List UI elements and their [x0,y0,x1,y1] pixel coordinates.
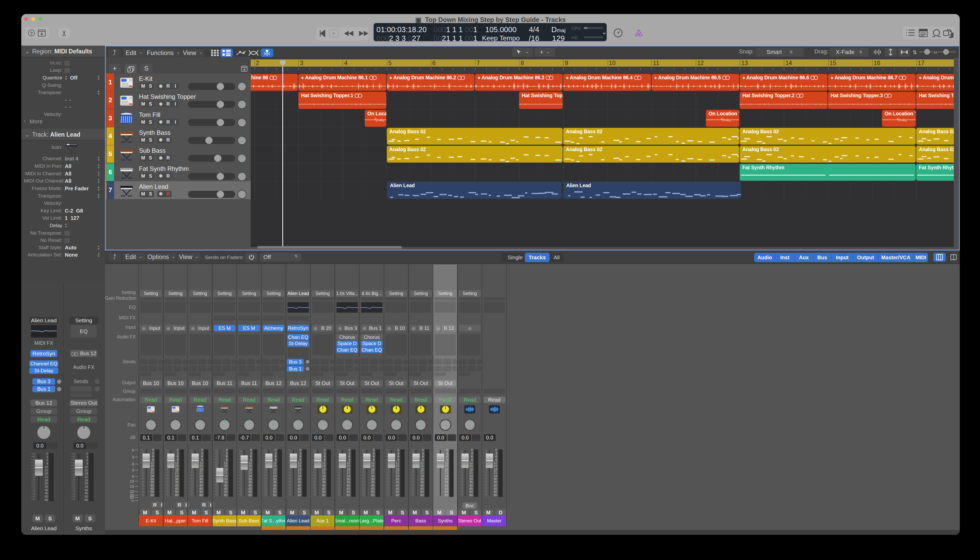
svg-text:60: 60 [493,493,497,497]
svg-text:9: 9 [86,462,88,465]
svg-text:60: 60 [322,493,326,497]
svg-text:0: 0 [86,452,88,455]
svg-text:50: 50 [85,495,88,498]
svg-text:18: 18 [45,472,48,475]
svg-text:60: 60 [85,498,88,502]
svg-text:60: 60 [224,493,228,497]
svg-text:15: 15 [85,469,88,472]
svg-text:0: 0 [47,452,48,455]
svg-text:40: 40 [45,488,48,492]
svg-text:45: 45 [85,492,88,495]
svg-text:35: 35 [45,485,48,488]
svg-text:3: 3 [86,455,88,458]
svg-text:50: 50 [45,495,48,498]
svg-text:12: 12 [45,465,48,468]
svg-text:9: 9 [47,462,48,465]
svg-text:30: 30 [45,482,48,485]
svg-text:6: 6 [86,458,88,462]
svg-text:21: 21 [85,475,88,478]
svg-text:3: 3 [47,455,48,458]
svg-text:40: 40 [85,488,88,492]
svg-text:18: 18 [85,472,88,475]
svg-text:60: 60 [396,493,399,497]
svg-text:45: 45 [45,492,48,495]
svg-text:60: 60 [199,493,203,497]
svg-text:60: 60 [248,493,252,497]
svg-text:21: 21 [45,475,48,478]
svg-text:60: 60 [273,493,277,497]
svg-text:60: 60 [469,493,473,497]
svg-text:6: 6 [47,458,48,462]
svg-text:35: 35 [85,485,88,488]
svg-text:24: 24 [45,478,48,482]
svg-text:60: 60 [347,493,350,497]
svg-text:30: 30 [85,482,88,485]
svg-text:24: 24 [85,478,88,482]
svg-text:12: 12 [85,465,88,468]
svg-text:60: 60 [371,493,375,497]
svg-text:60: 60 [445,493,448,497]
svg-text:60: 60 [420,493,424,497]
svg-text:60: 60 [45,498,48,502]
svg-text:60: 60 [175,493,178,497]
svg-text:60: 60 [150,493,154,497]
svg-text:60: 60 [298,493,301,497]
svg-text:15: 15 [45,469,48,472]
